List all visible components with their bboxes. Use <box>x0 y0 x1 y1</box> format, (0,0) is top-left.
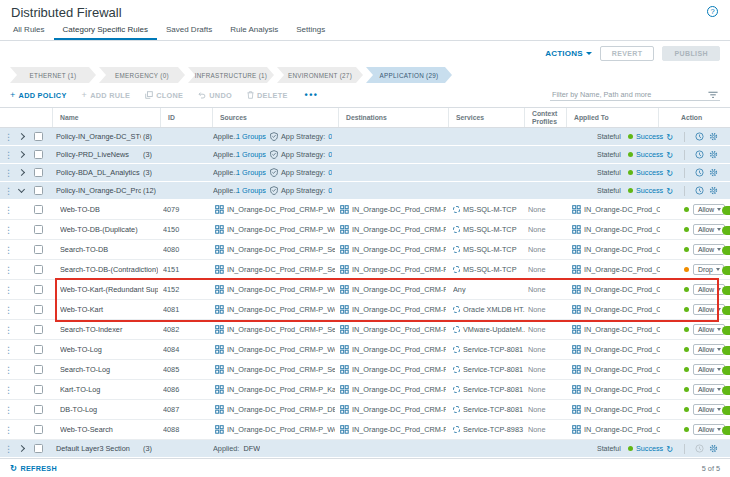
action-select[interactable]: Allow <box>693 244 725 255</box>
column-header-name[interactable]: Name <box>52 108 160 127</box>
rule-row[interactable]: ⋮Web-TO-Search4088IN_Orange-DC_Prod_CRM-… <box>0 420 730 440</box>
rule-enabled-toggle[interactable] <box>722 386 730 395</box>
category-application[interactable]: APPLICATION (29) <box>366 67 452 83</box>
clock-icon[interactable] <box>695 186 704 195</box>
rule-destinations[interactable]: IN_Orange-DC_Prod_CRM-P_Sea... <box>340 420 446 439</box>
chevron-right-icon[interactable] <box>18 151 25 158</box>
policy-groups-link[interactable]: 1 Groups <box>236 182 266 199</box>
row-checkbox[interactable] <box>34 168 43 177</box>
rule-services[interactable]: Service-TCP-8081 <box>453 380 525 399</box>
rule-applied-to[interactable]: IN_Orange-DC_Prod_CRM-P <box>572 400 660 419</box>
row-checkbox[interactable] <box>34 225 43 234</box>
policy-groups-link[interactable]: 1 Groups <box>236 128 266 145</box>
rule-applied-to[interactable]: IN_Orange-DC_Prod_CRM-P <box>572 360 660 379</box>
rule-services[interactable]: Service-TCP-8081 <box>453 400 525 419</box>
action-select[interactable]: Allow <box>693 304 725 315</box>
app-strategy-value[interactable]: 0 <box>328 132 332 141</box>
rule-service-name[interactable]: Any <box>453 280 466 299</box>
gear-icon[interactable] <box>709 444 718 453</box>
rule-context-profiles[interactable]: None <box>528 240 562 259</box>
row-menu-icon[interactable]: ⋮ <box>4 360 13 379</box>
row-menu-icon[interactable]: ⋮ <box>4 164 13 181</box>
rule-service-name[interactable]: MS-SQL-M-TCP <box>463 220 517 239</box>
column-header-context-profiles[interactable]: Context Profiles <box>524 108 566 127</box>
rule-sources[interactable]: IN_Orange-DC_Prod_CRM-P_Web <box>215 200 335 219</box>
category-ethernet[interactable]: ETHERNET (1) <box>10 67 96 83</box>
rule-sources[interactable]: IN_Orange-DC_Prod_CRM-P_Search <box>215 240 335 259</box>
rule-context-profiles[interactable]: None <box>528 360 562 379</box>
rule-sources[interactable]: IN_Orange-DC_Prod_CRM-P_Web <box>215 420 335 439</box>
rule-applied-to[interactable]: IN_Orange-DC_Prod_CRM-P <box>572 220 660 239</box>
category-emergency[interactable]: EMERGENCY (0) <box>99 67 185 83</box>
rule-context-profiles[interactable]: None <box>528 280 562 299</box>
rule-applied-to[interactable]: IN_Orange-DC_Prod_CRM-P <box>572 320 660 339</box>
row-menu-icon[interactable]: ⋮ <box>4 440 13 457</box>
publish-button[interactable]: PUBLISH <box>662 46 720 61</box>
rule-context-profiles[interactable]: None <box>528 220 562 239</box>
gear-icon[interactable] <box>709 132 718 141</box>
policy-row[interactable]: ⋮Policy-IN_Orange-DC_Prod_CR...(12)Appli… <box>0 182 730 200</box>
rule-row[interactable]: ⋮Kart-TO-Log4086IN_Orange-DC_Prod_CRM-P_… <box>0 380 730 400</box>
policy-row[interactable]: ⋮Policy-PRD_LiveNews(3)Applie...1 Groups… <box>0 146 730 164</box>
rule-enabled-toggle[interactable] <box>722 426 730 435</box>
rule-applied-to[interactable]: IN_Orange-DC_Prod_CRM-P <box>572 260 660 279</box>
gear-icon[interactable] <box>709 186 718 195</box>
row-menu-icon[interactable]: ⋮ <box>4 380 13 399</box>
row-checkbox[interactable] <box>34 305 43 314</box>
status-success-label[interactable]: Success <box>636 168 663 177</box>
rule-row[interactable]: ⋮Web-TO-Kart-(Redundant SuperSet)4152IN_… <box>0 280 730 300</box>
rule-service-name[interactable]: MS-SQL-M-TCP <box>463 240 517 259</box>
row-menu-icon[interactable]: ⋮ <box>4 400 13 419</box>
rule-sources[interactable]: IN_Orange-DC_Prod_CRM-P_Search <box>215 260 335 279</box>
status-success-label[interactable]: Success <box>636 132 663 141</box>
rule-services[interactable]: Oracle XMLDB HT... <box>453 300 525 319</box>
rule-row[interactable]: ⋮Web-TO-DB-(Duplicate)4150IN_Orange-DC_P… <box>0 220 730 240</box>
rule-enabled-toggle[interactable] <box>722 206 730 215</box>
rule-row[interactable]: ⋮Search-TO-Log4085IN_Orange-DC_Prod_CRM-… <box>0 360 730 380</box>
rule-context-profiles[interactable]: None <box>528 320 562 339</box>
rule-row[interactable]: ⋮Web-TO-Log4084IN_Orange-DC_Prod_CRM-P_W… <box>0 340 730 360</box>
row-menu-icon[interactable]: ⋮ <box>4 320 13 339</box>
rule-service-name[interactable]: Service-TCP-8983 <box>463 420 523 439</box>
tab-rule-analysis[interactable]: Rule Analysis <box>221 22 287 40</box>
rule-services[interactable]: VMware-UpdateM... <box>453 320 525 339</box>
actions-menu-button[interactable]: ACTIONS <box>545 49 591 58</box>
rule-service-name[interactable]: MS-SQL-M-TCP <box>463 260 517 279</box>
action-select[interactable]: Allow <box>693 404 725 415</box>
rule-service-name[interactable]: MS-SQL-M-TCP <box>463 200 517 219</box>
column-header-action[interactable]: Action <box>658 108 716 127</box>
clock-icon[interactable] <box>695 444 704 453</box>
rule-sources[interactable]: IN_Orange-DC_Prod_CRM-P_Search <box>215 360 335 379</box>
row-checkbox[interactable] <box>34 385 43 394</box>
sync-status-icon[interactable]: ↻ <box>666 445 673 453</box>
chevron-right-icon[interactable] <box>18 169 25 176</box>
policy-row[interactable]: ⋮Policy-BDA_DL_Analytics(3)Applie...1 Gr… <box>0 164 730 182</box>
action-select[interactable]: Allow <box>693 424 725 435</box>
filter-input[interactable] <box>552 90 704 99</box>
row-checkbox[interactable] <box>34 245 43 254</box>
rule-services[interactable]: Service-TCP-8081 <box>453 340 525 359</box>
row-checkbox[interactable] <box>34 325 43 334</box>
rule-enabled-toggle[interactable] <box>722 246 730 255</box>
row-checkbox[interactable] <box>34 365 43 374</box>
row-menu-icon[interactable]: ⋮ <box>4 128 13 145</box>
rule-context-profiles[interactable]: None <box>528 380 562 399</box>
tab-saved-drafts[interactable]: Saved Drafts <box>157 22 221 40</box>
refresh-button[interactable]: ↻REFRESH <box>10 464 57 473</box>
column-header-sources[interactable]: Sources <box>212 108 338 127</box>
row-checkbox[interactable] <box>34 132 43 141</box>
rule-sources[interactable]: IN_Orange-DC_Prod_CRM-P_Web <box>215 220 335 239</box>
row-menu-icon[interactable]: ⋮ <box>4 220 13 239</box>
rule-applied-to[interactable]: IN_Orange-DC_Prod_CRM-P <box>572 200 660 219</box>
row-menu-icon[interactable]: ⋮ <box>4 146 13 163</box>
row-menu-icon[interactable]: ⋮ <box>4 280 13 299</box>
clock-icon[interactable] <box>695 150 704 159</box>
status-success-label[interactable]: Success <box>636 186 663 195</box>
rule-enabled-toggle[interactable] <box>722 326 730 335</box>
row-menu-icon[interactable]: ⋮ <box>4 200 13 219</box>
row-menu-icon[interactable]: ⋮ <box>4 420 13 439</box>
rule-services[interactable]: MS-SQL-M-TCP <box>453 200 525 219</box>
rule-destinations[interactable]: IN_Orange-DC_Prod_CRM-P_Log <box>340 380 446 399</box>
rule-applied-to[interactable]: IN_Orange-DC_Prod_CRM-P <box>572 380 660 399</box>
rule-row[interactable]: ⋮DB-TO-Log4087IN_Orange-DC_Prod_CRM-P_DB… <box>0 400 730 420</box>
